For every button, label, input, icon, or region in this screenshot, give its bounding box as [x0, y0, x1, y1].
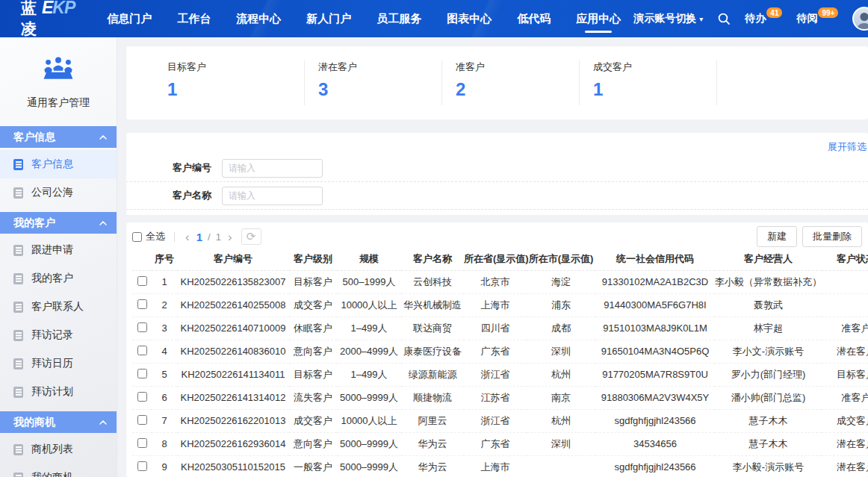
row-checkbox[interactable] — [137, 322, 147, 332]
sidebar-item-my-opportunities[interactable]: 我的商机 — [0, 464, 117, 477]
cell-customer-name: 华兴机械制造 — [401, 293, 464, 317]
stat-value[interactable]: 3 — [318, 79, 441, 100]
column-header-customer-code: 客户编号 — [177, 249, 289, 270]
nav-item-process-center[interactable]: 流程中心 — [236, 0, 281, 37]
sidebar-item-customer-info[interactable]: 客户信息 — [0, 150, 117, 178]
column-header-customer-level: 客户级别 — [289, 249, 337, 270]
cell-manager: 李小毅-演示账号 — [715, 455, 822, 477]
table-row[interactable]: 4KH20250226140836010意向客户2000–4999人康泰医疗设备… — [132, 340, 868, 363]
sidebar-item-visit-calendar[interactable]: 拜访日历 — [0, 349, 117, 378]
user-avatar[interactable] — [852, 7, 868, 31]
cell-customer-name: 顺捷物流 — [401, 386, 464, 409]
cell-status — [822, 293, 868, 317]
table-row[interactable]: 3KH20250226140710009休眠客户1–499人联达商贸四川省成都9… — [132, 317, 868, 340]
row-checkbox[interactable] — [137, 461, 147, 471]
select-all-checkbox[interactable] — [132, 232, 142, 242]
filter-rows: 客户编号客户名称 — [126, 155, 868, 210]
stat-potential-customers: 潜在客户3 — [305, 60, 442, 105]
column-header-province: 所在省(显示值) — [464, 249, 527, 270]
stat-target-customers: 目标客户1 — [167, 60, 305, 105]
cell-customer-name: 华为云 — [401, 455, 464, 477]
section-header-my-opportunities[interactable]: 我的商机 — [0, 411, 117, 433]
cell-customer-code: KH20250226135823007 — [177, 270, 289, 293]
row-checkbox[interactable] — [137, 438, 147, 448]
cell-province: 广东省 — [464, 432, 527, 455]
cell-credit-code: 91650104MA3N4O5P6Q — [595, 340, 715, 363]
account-switch-dropdown[interactable]: 演示账号切换 ▾ — [633, 12, 703, 25]
prev-page-button[interactable]: ‹ — [184, 231, 191, 243]
table-row[interactable]: 2KH20250226140255008成交客户10000人以上华兴机械制造上海… — [132, 293, 868, 317]
app-logo[interactable]: 蓝凌 EKP — [21, 0, 75, 37]
filter-input-customer-code[interactable] — [222, 159, 323, 178]
row-checkbox[interactable] — [137, 392, 147, 402]
sidebar-item-opportunity-list[interactable]: 商机列表 — [0, 435, 117, 464]
cell-province: 浙江省 — [464, 409, 527, 432]
column-header-credit-code: 统一社会信用代码 — [595, 249, 715, 270]
cell-customer-name: 绿源新能源 — [401, 363, 464, 386]
select-all[interactable]: 全选 — [132, 230, 165, 243]
chevron-down-icon: ▾ — [699, 15, 703, 23]
stat-value[interactable]: 2 — [456, 79, 579, 100]
sidebar-item-my-customers[interactable]: 我的客户 — [0, 264, 117, 293]
stat-value[interactable]: 1 — [167, 79, 304, 100]
section-items-my-customers: 跟进申请我的客户客户联系人拜访记录拜访日历拜访计划 — [0, 234, 117, 409]
document-icon — [13, 358, 23, 370]
nav-item-workbench[interactable]: 工作台 — [177, 0, 211, 37]
nav-item-newcomer-portal[interactable]: 新人门户 — [306, 0, 351, 37]
cell-credit-code: sgdfghfjgjhl243566 — [595, 455, 715, 477]
customer-management-app-icon — [41, 55, 75, 81]
table-row[interactable]: 9KH20250305110152015一般客户5000–9999人华为云上海市… — [132, 455, 868, 477]
expand-filters-link[interactable]: 展开筛选 — [828, 140, 867, 154]
cell-index: 7 — [152, 409, 177, 432]
row-checkbox[interactable] — [137, 276, 147, 286]
toolbar-divider — [174, 232, 175, 242]
row-checkbox-cell — [132, 340, 152, 363]
sidebar-item-visit-records[interactable]: 拜访记录 — [0, 321, 117, 349]
nav-item-app-center[interactable]: 应用中心 — [576, 0, 621, 37]
sidebar-item-follow-up-request[interactable]: 跟进申请 — [0, 236, 117, 264]
sidebar-item-company-pool[interactable]: 公司公海 — [0, 178, 117, 207]
row-checkbox-cell — [132, 455, 152, 477]
refresh-button[interactable]: ⟳ — [241, 228, 261, 245]
table-row[interactable]: 6KH20250226141314012流失客户5000–9999人顺捷物流江苏… — [132, 386, 868, 409]
column-header-city: 所在市(显示值) — [527, 249, 595, 270]
row-checkbox[interactable] — [137, 346, 147, 355]
search-button[interactable] — [717, 12, 731, 25]
table-row[interactable]: 1KH20250226135823007目标客户500–1999人云创科技北京市… — [132, 270, 868, 293]
cell-province: 上海市 — [464, 293, 527, 317]
sidebar-item-label: 客户联系人 — [31, 300, 84, 314]
filter-row-customer-name: 客户名称 — [126, 182, 868, 210]
cell-customer-name: 康泰医疗设备 — [401, 340, 464, 363]
nav-item-employee-services[interactable]: 员工服务 — [376, 0, 421, 37]
sidebar-item-customer-contacts[interactable]: 客户联系人 — [0, 293, 117, 321]
cell-index: 3 — [152, 317, 177, 340]
nav-item-low-code[interactable]: 低代码 — [517, 0, 551, 37]
cell-scale: 10000人以上 — [337, 409, 401, 432]
section-header-my-customers[interactable]: 我的客户 — [0, 212, 117, 234]
table-row[interactable]: 7KH20250226162201013成交客户10000人以上阿里云浙江省杭州… — [132, 409, 868, 432]
row-checkbox[interactable] — [137, 299, 147, 309]
cell-province: 江苏省 — [464, 386, 527, 409]
cell-index: 2 — [152, 293, 177, 317]
section-header-customer-info[interactable]: 客户信息 — [0, 126, 117, 148]
nav-item-chart-center[interactable]: 图表中心 — [447, 0, 492, 37]
document-icon — [13, 245, 23, 256]
row-checkbox[interactable] — [137, 415, 147, 425]
cell-customer-level: 一般客户 — [289, 455, 337, 477]
toread-button[interactable]: 待阅 99+ — [796, 12, 838, 25]
batch-delete-button[interactable]: 批量删除 — [802, 226, 862, 247]
nav-item-info-portal[interactable]: 信息门户 — [107, 0, 152, 37]
todo-button[interactable]: 待办 41 — [745, 12, 782, 25]
sidebar-item-visit-plan[interactable]: 拜访计划 — [0, 378, 117, 406]
table-row[interactable]: 5KH20250226141134011目标客户1–499人绿源新能源浙江省杭州… — [132, 363, 868, 386]
stat-value[interactable]: 1 — [593, 79, 716, 100]
cell-customer-name: 云创科技 — [401, 270, 464, 293]
cell-manager: 慧子木木 — [715, 432, 822, 455]
filter-input-customer-name[interactable] — [222, 187, 323, 205]
next-page-button[interactable]: › — [226, 231, 234, 243]
cell-scale: 5000–9999人 — [337, 432, 401, 455]
row-checkbox[interactable] — [137, 369, 147, 378]
table-row[interactable]: 8KH20250226162936014意向客户5000–9999人华为云广东省… — [132, 432, 868, 455]
cell-credit-code: 91880306MA2V3W4X5Y — [595, 386, 715, 409]
new-button[interactable]: 新建 — [757, 226, 797, 247]
